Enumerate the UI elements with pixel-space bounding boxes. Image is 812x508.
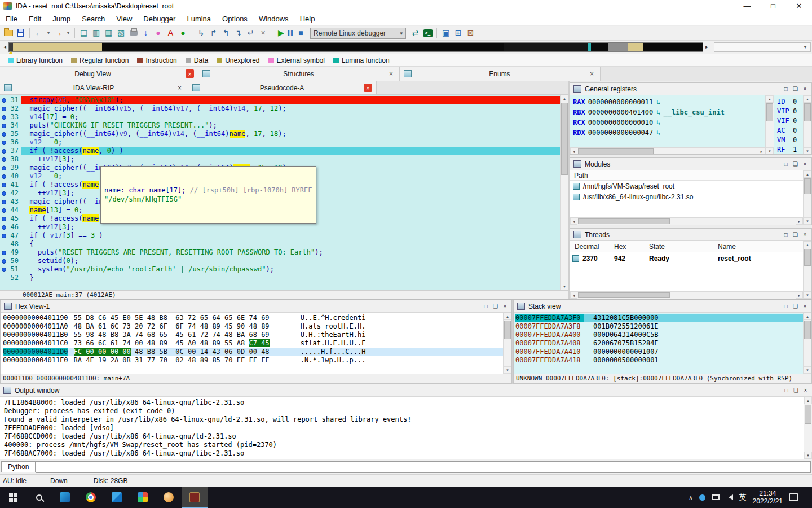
breakpoint-dot[interactable] xyxy=(2,268,6,272)
ida-debugger-window-icon[interactable] xyxy=(182,487,208,508)
hex-row[interactable]: 00000000004011A048 BA 61 6C 73 20 72 6F … xyxy=(3,322,503,331)
threads-col-state[interactable]: State xyxy=(649,243,718,251)
maximize-pane-icon[interactable]: □ xyxy=(781,84,791,95)
search-button[interactable] xyxy=(26,487,52,508)
minimize-button[interactable]: — xyxy=(734,0,760,12)
menu-view[interactable]: View xyxy=(111,14,138,24)
breakpoint-dot[interactable] xyxy=(2,183,6,187)
flag-rf[interactable]: RF1 xyxy=(777,145,803,155)
stop-process-icon[interactable]: ■ xyxy=(295,27,307,39)
close-view-icon[interactable]: ⊠ xyxy=(465,27,476,39)
breakpoint-dot[interactable] xyxy=(2,259,6,264)
register-row-rdx[interactable]: RDX0000000000000047↳ xyxy=(573,128,765,138)
code-line-36[interactable]: 36 v12 = 0; xyxy=(0,138,560,147)
taskview-app-icon[interactable] xyxy=(52,487,78,508)
flag-ac[interactable]: AC0 xyxy=(777,126,803,135)
code-line-48[interactable]: 48 { xyxy=(0,240,560,248)
notification-center-icon[interactable] xyxy=(789,493,798,501)
windows-list-icon[interactable]: ▤ xyxy=(78,27,90,39)
tab-structures[interactable]: Structures× xyxy=(198,67,400,81)
segments-window-icon[interactable]: ▧ xyxy=(115,27,127,39)
taskbar-clock[interactable]: 21:34 2022/2/21 xyxy=(753,489,783,505)
pseudocode-scrollbar[interactable]: ▲▼ xyxy=(560,95,568,290)
hex-row[interactable]: 00000000004011D0FC 00 00 00 00 48 B8 5B … xyxy=(3,348,503,356)
navigate-back-icon[interactable]: ← xyxy=(33,27,45,39)
breakpoint-list-icon[interactable]: ● xyxy=(152,27,164,39)
code-line-52[interactable]: 52 } xyxy=(0,274,560,282)
modules-hscrollbar[interactable]: ◄► xyxy=(570,217,803,225)
start-button[interactable] xyxy=(0,487,26,508)
text-search-icon[interactable]: A xyxy=(165,27,176,39)
threads-col-hex[interactable]: Hex xyxy=(614,243,649,251)
stack-row[interactable]: 00007FFEDDA7A400000D064314000C5B xyxy=(515,331,803,339)
tray-app-icon[interactable] xyxy=(699,494,705,501)
close-pane-icon[interactable]: × xyxy=(800,84,810,95)
tab-pseudocode-a[interactable]: Pseudocode-A× xyxy=(188,81,377,94)
tab-debug-view[interactable]: Debug View× xyxy=(0,67,198,81)
navband-scale-combo[interactable]: ▼ xyxy=(714,42,811,52)
close-icon[interactable]: × xyxy=(175,84,184,92)
registers-scrollbar[interactable]: ▲▼ xyxy=(765,95,774,155)
breakpoint-dot[interactable] xyxy=(2,251,6,255)
code-line-38[interactable]: 38 ++v17[3]; xyxy=(0,155,560,164)
breakpoint-dot[interactable] xyxy=(2,217,6,221)
breakpoint-dot[interactable] xyxy=(2,107,6,111)
python-tab[interactable]: Python xyxy=(1,461,36,472)
menu-edit[interactable]: Edit xyxy=(23,14,47,24)
stack-row[interactable]: 00007FFEDDA7A3F8001B07255120061E xyxy=(515,322,803,331)
code-line-31[interactable]: 31 strcpy(v5, "0%\n\x10"); xyxy=(0,96,560,104)
code-line-33[interactable]: 33 v14[17] = 0; xyxy=(0,113,560,121)
flag-id[interactable]: ID0 xyxy=(777,97,803,107)
close-icon[interactable]: × xyxy=(588,69,596,78)
breakpoint-dot[interactable] xyxy=(2,166,6,170)
menu-debugger[interactable]: Debugger xyxy=(138,14,181,24)
strings-window-icon[interactable]: ▦ xyxy=(103,27,114,39)
breakpoint-dot[interactable] xyxy=(2,191,6,196)
breakpoint-dot[interactable] xyxy=(2,141,6,145)
add-view-icon[interactable]: ⊞ xyxy=(452,27,464,39)
close-button[interactable]: ✕ xyxy=(786,0,812,12)
flags-scrollbar[interactable]: ▲▼ xyxy=(803,95,811,155)
functions-window-icon[interactable]: ▥ xyxy=(90,27,102,39)
float-pane-icon[interactable]: ❏ xyxy=(791,84,800,95)
show-desktop-button[interactable] xyxy=(805,487,807,508)
close-pane-icon[interactable]: × xyxy=(800,229,810,240)
register-row-rbx[interactable]: RBX0000000000401400↳__libc_csu_init xyxy=(573,107,765,117)
code-line-34[interactable]: 34 puts("CHECKING IF RESET TRIGGERS PRES… xyxy=(0,121,560,130)
float-pane-icon[interactable]: ❏ xyxy=(791,159,800,170)
menu-search[interactable]: Search xyxy=(76,14,111,24)
threads-hscrollbar[interactable]: ◄► xyxy=(570,291,803,299)
flag-vif[interactable]: VIF0 xyxy=(777,116,803,126)
breakpoint-dot[interactable] xyxy=(2,115,6,120)
python-input[interactable] xyxy=(36,461,811,473)
debugger-backend-combo[interactable]: Remote Linux debugger▾ xyxy=(310,28,406,39)
stackview-scrollbar[interactable]: ▲▼ xyxy=(803,313,811,374)
close-icon[interactable]: × xyxy=(387,69,395,78)
navigate-forward-icon[interactable]: → xyxy=(52,27,64,39)
register-row-rax[interactable]: RAX0000000000000011↳ xyxy=(573,97,765,107)
menu-windows[interactable]: Windows xyxy=(253,14,294,24)
debugger-windows-icon[interactable]: ▣ xyxy=(440,27,452,39)
hex-row[interactable]: 000000000040119055 D8 C6 45 E0 5E 48 B8 … xyxy=(3,314,503,322)
breakpoint-dot[interactable] xyxy=(2,208,6,213)
navband-right-arrow[interactable]: ► xyxy=(703,42,710,53)
cancel-debug-icon[interactable]: × xyxy=(257,27,269,39)
code-line-49[interactable]: 49 puts("RESET TRIGGERS ARE PRESENT, RES… xyxy=(0,248,560,257)
breakpoint-dot[interactable] xyxy=(2,149,6,154)
stack-row[interactable]: 00007FFEDDA7A408620067075B15284E xyxy=(515,339,803,348)
threads-scrollbar[interactable]: ▲▼ xyxy=(803,241,811,299)
breakpoint-dot[interactable] xyxy=(2,98,6,103)
maximize-pane-icon[interactable]: □ xyxy=(781,159,791,170)
hexview-scrollbar[interactable]: ▲▼ xyxy=(503,313,511,374)
forward-dropdown-icon[interactable]: ▾ xyxy=(65,27,72,39)
code-line-47[interactable]: 47 if ( v17[3] == 3 ) xyxy=(0,231,560,240)
stack-row[interactable]: 00007FFEDDA7A3F04312081C5B000000 xyxy=(515,314,803,322)
registers-hscrollbar[interactable]: ◄► xyxy=(570,147,765,155)
navigation-band[interactable] xyxy=(8,42,703,52)
float-pane-icon[interactable]: ❏ xyxy=(791,385,801,396)
open-file-icon[interactable] xyxy=(2,27,14,39)
menu-options[interactable]: Options xyxy=(217,14,253,24)
chrome-icon[interactable] xyxy=(78,487,104,508)
code-line-37[interactable]: 37 if ( !access(name, 0) ) xyxy=(0,147,560,155)
ida-icon[interactable] xyxy=(156,487,182,508)
